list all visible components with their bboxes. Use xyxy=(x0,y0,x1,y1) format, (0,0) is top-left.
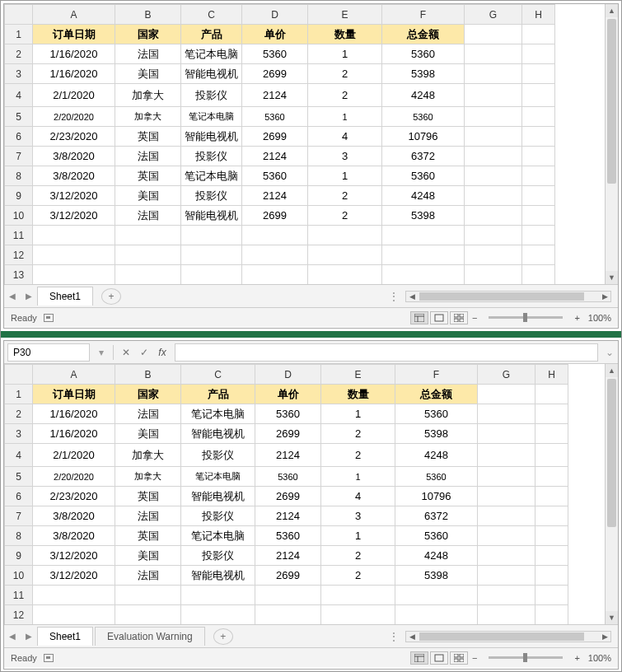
cell-b9[interactable]: 美国 xyxy=(115,186,181,206)
cell-d5[interactable]: 5360 xyxy=(255,467,321,487)
scroll-down-arrow[interactable]: ▼ xyxy=(606,271,618,284)
cell-a6[interactable]: 2/23/2020 xyxy=(33,487,115,506)
row-header-6[interactable]: 6 xyxy=(5,487,33,506)
row-header-2[interactable]: 2 xyxy=(5,404,33,424)
vertical-scrollbar[interactable]: ▲ ▼ xyxy=(605,4,618,284)
cell-d2[interactable]: 5360 xyxy=(255,404,321,424)
cell-h1[interactable] xyxy=(522,25,555,44)
cell-e6[interactable]: 4 xyxy=(321,487,395,506)
column-header-e[interactable]: E xyxy=(308,5,382,25)
scroll-thumb[interactable] xyxy=(607,19,616,184)
row-header-13[interactable]: 13 xyxy=(5,265,33,285)
cell-g3[interactable] xyxy=(465,64,522,84)
cell-f5[interactable]: 5360 xyxy=(382,107,465,127)
cell-f1[interactable]: 总金额 xyxy=(395,385,478,404)
cell-a7[interactable]: 3/8/2020 xyxy=(33,506,115,526)
row-header-4[interactable]: 4 xyxy=(5,84,33,107)
cell-d1[interactable]: 单价 xyxy=(242,25,308,44)
cell-e5[interactable]: 1 xyxy=(321,467,395,487)
cell-d5[interactable]: 5360 xyxy=(242,107,308,127)
cell-b6[interactable]: 英国 xyxy=(115,127,181,147)
cell-h7[interactable] xyxy=(535,506,568,526)
cell-e1[interactable]: 数量 xyxy=(308,25,382,44)
cell-b6[interactable]: 英国 xyxy=(115,487,181,506)
cell-f3[interactable]: 5398 xyxy=(395,424,478,444)
name-box-dropdown[interactable]: ▾ xyxy=(93,347,110,358)
cell-b7[interactable]: 法国 xyxy=(115,506,181,526)
cell-g13[interactable] xyxy=(465,265,522,285)
cell-c1[interactable]: 产品 xyxy=(181,385,255,404)
cell-d7[interactable]: 2124 xyxy=(255,506,321,526)
column-header-d[interactable]: D xyxy=(242,5,308,25)
row-header-9[interactable]: 9 xyxy=(5,186,33,206)
cell-g12[interactable] xyxy=(478,605,535,625)
tab-nav-next[interactable]: ▶ xyxy=(21,292,37,301)
scroll-down-arrow[interactable]: ▼ xyxy=(606,611,618,624)
cell-a5[interactable]: 2/20/2020 xyxy=(33,107,115,127)
cell-h10[interactable] xyxy=(522,206,555,226)
cell-b11[interactable] xyxy=(115,226,181,245)
cell-h13[interactable] xyxy=(522,265,555,285)
cell-g7[interactable] xyxy=(465,147,522,166)
cell-a3[interactable]: 1/16/2020 xyxy=(33,424,115,444)
name-box[interactable]: P30 xyxy=(7,343,90,362)
cell-d7[interactable]: 2124 xyxy=(242,147,308,166)
cell-b11[interactable] xyxy=(115,586,181,605)
cell-g2[interactable] xyxy=(478,404,535,424)
hscroll-thumb[interactable] xyxy=(419,292,584,301)
cell-h12[interactable] xyxy=(522,245,555,265)
cell-e8[interactable]: 1 xyxy=(321,526,395,546)
cell-a9[interactable]: 3/12/2020 xyxy=(33,186,115,206)
cell-g4[interactable] xyxy=(465,84,522,107)
cell-c2[interactable]: 笔记本电脑 xyxy=(181,404,255,424)
cell-g10[interactable] xyxy=(478,566,535,586)
formula-bar-expand[interactable]: ⌄ xyxy=(601,347,618,358)
cell-h1[interactable] xyxy=(535,385,568,404)
cell-h6[interactable] xyxy=(522,127,555,147)
cell-e4[interactable]: 2 xyxy=(308,84,382,107)
cell-d4[interactable]: 2124 xyxy=(255,444,321,467)
cell-g8[interactable] xyxy=(478,526,535,546)
enter-formula-icon[interactable]: ✓ xyxy=(135,347,153,358)
cell-h11[interactable] xyxy=(535,586,568,605)
cell-c10[interactable]: 智能电视机 xyxy=(181,206,242,226)
spreadsheet-grid[interactable]: ABCDEFGH1订单日期国家产品单价数量总金额21/16/2020法国笔记本电… xyxy=(4,364,568,624)
row-header-7[interactable]: 7 xyxy=(5,506,33,526)
cell-f12[interactable] xyxy=(395,605,478,625)
grid-area[interactable]: ABCDEFGH1订单日期国家产品单价数量总金额21/16/2020法国笔记本电… xyxy=(4,364,618,624)
cell-h12[interactable] xyxy=(535,605,568,625)
cell-a1[interactable]: 订单日期 xyxy=(33,25,115,44)
view-normal-button[interactable] xyxy=(410,311,428,324)
cell-h9[interactable] xyxy=(522,186,555,206)
scroll-up-arrow[interactable]: ▲ xyxy=(606,364,618,377)
cell-g8[interactable] xyxy=(465,166,522,186)
tab-nav-prev[interactable]: ◀ xyxy=(4,632,21,641)
cell-g6[interactable] xyxy=(465,127,522,147)
cell-h6[interactable] xyxy=(535,487,568,506)
cell-g1[interactable] xyxy=(478,385,535,404)
cell-c4[interactable]: 投影仪 xyxy=(181,444,255,467)
cell-c4[interactable]: 投影仪 xyxy=(181,84,242,107)
cell-c10[interactable]: 智能电视机 xyxy=(181,566,255,586)
cell-d10[interactable]: 2699 xyxy=(255,566,321,586)
cell-c12[interactable] xyxy=(181,245,242,265)
cell-c9[interactable]: 投影仪 xyxy=(181,546,255,566)
sheet-tab-evaluation[interactable]: Evaluation Warning xyxy=(95,627,205,646)
cell-e11[interactable] xyxy=(308,226,382,245)
row-header-1[interactable]: 1 xyxy=(5,385,33,404)
cell-d4[interactable]: 2124 xyxy=(242,84,308,107)
tab-nav-next[interactable]: ▶ xyxy=(21,632,37,641)
row-header-5[interactable]: 5 xyxy=(5,467,33,487)
formula-input[interactable] xyxy=(175,343,598,362)
cell-c3[interactable]: 智能电视机 xyxy=(181,424,255,444)
view-page-break-button[interactable] xyxy=(450,651,468,665)
cell-b3[interactable]: 美国 xyxy=(115,64,181,84)
sheet-tab-sheet1[interactable]: Sheet1 xyxy=(37,627,93,646)
tab-split-handle[interactable]: ⋮ xyxy=(389,631,399,642)
column-header-a[interactable]: A xyxy=(33,365,115,385)
cell-c3[interactable]: 智能电视机 xyxy=(181,64,242,84)
cell-a13[interactable] xyxy=(33,265,115,285)
zoom-slider[interactable] xyxy=(489,656,563,659)
cell-d12[interactable] xyxy=(242,245,308,265)
cell-c11[interactable] xyxy=(181,586,255,605)
